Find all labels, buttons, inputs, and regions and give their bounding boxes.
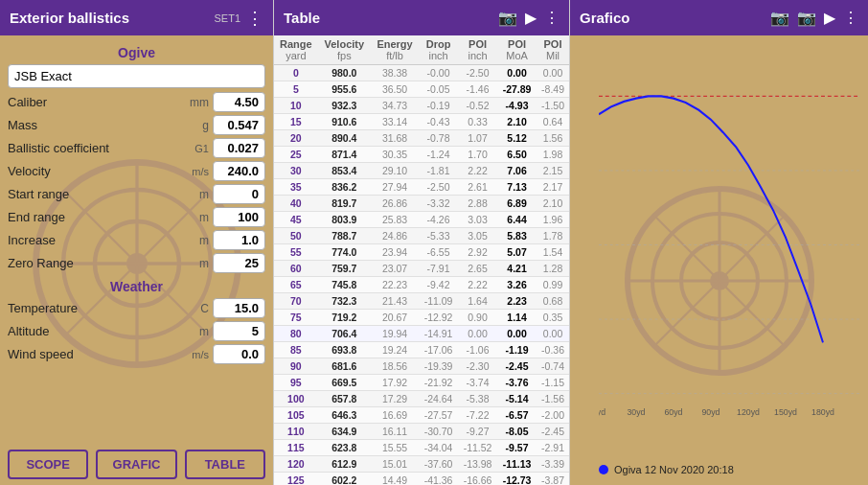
cell-poi-mil: -2.00 [537, 407, 569, 424]
play-icon[interactable]: ▶ [525, 9, 537, 27]
start-range-unit: m [178, 188, 209, 201]
ogive-input[interactable] [8, 64, 265, 88]
cell-range: 55 [274, 244, 318, 261]
cell-poi-inch: 1.07 [458, 130, 497, 147]
cell-drop: -6.55 [419, 244, 458, 261]
cell-range: 30 [274, 163, 318, 179]
col-header-drop: Dropinch [419, 35, 458, 65]
cell-energy: 20.67 [371, 310, 419, 326]
cell-energy: 34.73 [371, 98, 419, 114]
cell-velocity: 955.6 [318, 81, 371, 98]
cell-energy: 26.86 [371, 196, 419, 212]
table-container[interactable]: Rangeyard Velocityfps Energyft/lb Dropin… [274, 35, 569, 485]
set-badge: SET1 [214, 12, 240, 24]
camera-icon[interactable]: 📷 [498, 9, 517, 27]
cell-poi-inch: -3.74 [458, 375, 497, 391]
table-row: 70732.321.43-11.091.642.230.68 [274, 293, 569, 310]
scope-button[interactable]: SCOPE [8, 450, 88, 479]
cell-drop: -0.78 [419, 130, 458, 147]
cell-poi-inch: 3.03 [458, 212, 497, 228]
start-range-label: Start range [8, 187, 178, 201]
camera-icon-1[interactable]: 📷 [770, 9, 789, 27]
velocity-unit: m/s [178, 166, 209, 177]
play-icon-right[interactable]: ▶ [824, 9, 835, 27]
cell-velocity: 646.3 [318, 407, 371, 424]
wind-speed-value[interactable]: 0.0 [213, 344, 265, 364]
right-header-icons: 📷 📷 ▶ ⋮ [770, 9, 858, 27]
menu-icon-right[interactable]: ⋮ [843, 9, 858, 27]
altitude-value[interactable]: 5 [213, 321, 265, 341]
cell-energy: 33.14 [371, 114, 419, 130]
bc-value[interactable]: 0.027 [213, 138, 265, 158]
grafic-button[interactable]: GRAFIC [96, 450, 176, 479]
cell-drop: -12.92 [419, 310, 458, 326]
cell-drop: -14.91 [419, 326, 458, 342]
table-row: 100657.817.29-24.64-5.38-5.14-1.56 [274, 391, 569, 407]
cell-poi-mil: 0.00 [537, 326, 569, 342]
table-row: 80706.419.94-14.910.000.000.00 [274, 326, 569, 342]
cell-poi-moa: -5.14 [497, 391, 537, 407]
table-row: 110634.916.11-30.70-9.27-8.05-2.45 [274, 424, 569, 440]
camera-icon-2[interactable]: 📷 [797, 9, 816, 27]
temperature-row: Temperature C 15.0 [8, 298, 265, 318]
middle-panel: Table 📷 ▶ ⋮ Rangeyard Velocityfps Energy… [273, 0, 570, 485]
svg-text:30yd: 30yd [627, 405, 645, 417]
table-row: 75719.220.67-12.920.901.140.35 [274, 310, 569, 326]
cell-poi-inch: -7.22 [458, 407, 497, 424]
menu-dots-icon[interactable]: ⋮ [246, 8, 263, 29]
cell-range: 60 [274, 261, 318, 277]
cell-energy: 15.55 [371, 440, 419, 456]
table-row: 15910.633.14-0.430.332.100.64 [274, 114, 569, 130]
mass-value[interactable]: 0.547 [213, 115, 265, 135]
table-row: 65745.822.23-9.422.223.260.99 [274, 277, 569, 293]
cell-velocity: 853.4 [318, 163, 371, 179]
temperature-value[interactable]: 15.0 [213, 298, 265, 318]
cell-velocity: 623.8 [318, 440, 371, 456]
table-row: 10932.334.73-0.19-0.52-4.93-1.50 [274, 98, 569, 114]
cell-energy: 22.23 [371, 277, 419, 293]
cell-range: 115 [274, 440, 318, 456]
cell-poi-mil: 0.99 [537, 277, 569, 293]
chart-area: 0in -20in -40in -60in -80in 0in -20in -4… [570, 35, 868, 485]
altitude-row: Altitude m 5 [8, 321, 265, 341]
cell-poi-moa: -3.76 [497, 375, 537, 391]
cell-poi-moa: -11.13 [497, 456, 537, 473]
caliber-value[interactable]: 4.50 [213, 92, 265, 112]
zero-range-value[interactable]: 25 [213, 253, 265, 273]
cell-poi-mil: 1.98 [537, 147, 569, 163]
table-row: 60759.723.07-7.912.654.211.28 [274, 261, 569, 277]
cell-poi-inch: 0.33 [458, 114, 497, 130]
cell-range: 65 [274, 277, 318, 293]
increase-unit: m [178, 234, 209, 247]
increase-value[interactable]: 1.0 [213, 230, 265, 250]
table-row: 95669.517.92-21.92-3.74-3.76-1.15 [274, 375, 569, 391]
cell-drop: -0.00 [419, 65, 458, 81]
cell-energy: 31.68 [371, 130, 419, 147]
end-range-value[interactable]: 100 [213, 207, 265, 227]
cell-poi-moa: 0.00 [497, 326, 537, 342]
app-title: Exterior ballistics [10, 10, 129, 26]
start-range-value[interactable]: 0 [213, 184, 265, 204]
cell-poi-mil: -3.39 [537, 456, 569, 473]
table-button[interactable]: TABLE [185, 450, 265, 479]
cell-energy: 27.94 [371, 179, 419, 196]
cell-poi-mil: -1.15 [537, 375, 569, 391]
header-right: SET1 ⋮ [214, 8, 263, 29]
altitude-unit: m [178, 325, 209, 338]
increase-row: Increase m 1.0 [8, 230, 265, 250]
cell-poi-inch: 2.65 [458, 261, 497, 277]
table-row: 90681.618.56-19.39-2.30-2.45-0.74 [274, 358, 569, 375]
cell-drop: -3.32 [419, 196, 458, 212]
increase-label: Increase [8, 233, 178, 247]
cell-range: 105 [274, 407, 318, 424]
cell-poi-inch: -1.46 [458, 81, 497, 98]
temperature-label: Temperature [8, 301, 178, 315]
cell-range: 90 [274, 358, 318, 375]
cell-range: 95 [274, 375, 318, 391]
cell-poi-inch: 1.70 [458, 147, 497, 163]
end-range-row: End range m 100 [8, 207, 265, 227]
velocity-value[interactable]: 240.0 [213, 161, 265, 181]
caliber-row: Caliber mm 4.50 [8, 92, 265, 112]
menu-icon[interactable]: ⋮ [544, 9, 560, 27]
wind-speed-row: Wind speed m/s 0.0 [8, 344, 265, 364]
